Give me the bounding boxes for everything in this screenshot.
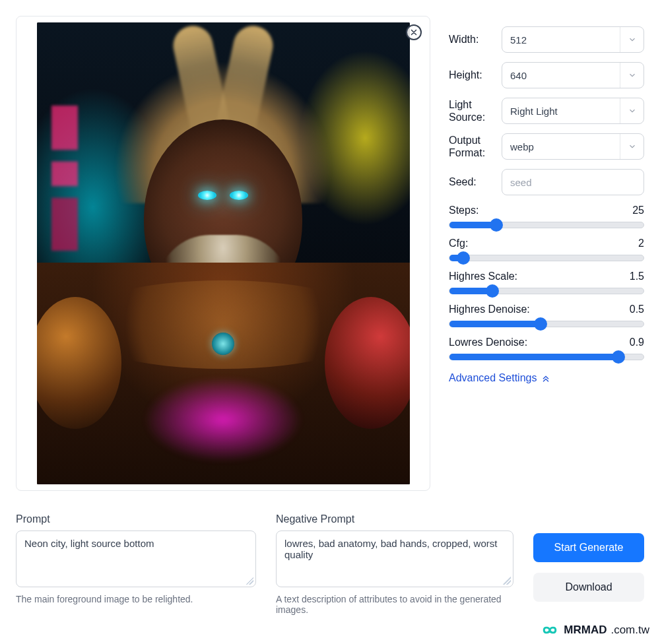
watermark-bold: MRMAD — [564, 624, 607, 631]
chevron-down-icon — [620, 134, 644, 159]
seed-input[interactable] — [502, 169, 644, 195]
download-button[interactable]: Download — [533, 573, 644, 602]
close-preview-button[interactable] — [406, 24, 422, 40]
highres-denoise-track[interactable] — [449, 321, 644, 327]
negative-prompt-label: Negative Prompt — [276, 513, 513, 525]
height-label: Height: — [449, 69, 495, 81]
negative-prompt-help: A text description of attributes to avoi… — [276, 594, 513, 615]
light-source-select[interactable]: Right Light — [502, 98, 644, 124]
advanced-settings-toggle[interactable]: Advanced Settings — [449, 372, 644, 384]
prompt-input[interactable]: Neon city, light source bottom — [16, 531, 256, 587]
negative-prompt-column: Negative Prompt lowres, bad anatomy, bad… — [276, 513, 513, 615]
steps-label: Steps: — [449, 205, 478, 216]
cfg-slider: Cfg: 2 — [449, 238, 644, 261]
resize-handle-icon[interactable] — [503, 577, 511, 585]
light-source-label: Light Source: — [449, 98, 495, 123]
prompt-value: Neon city, light source bottom — [24, 538, 154, 549]
steps-value: 25 — [632, 205, 644, 216]
advanced-settings-label: Advanced Settings — [449, 372, 537, 384]
highres-scale-slider: Highres Scale: 1.5 — [449, 271, 644, 294]
lowres-denoise-slider: Lowres Denoise: 0.9 — [449, 337, 644, 360]
steps-slider: Steps: 25 — [449, 205, 644, 228]
width-select[interactable]: 512 — [502, 26, 644, 53]
main-row: Width: 512 Height: 640 Light Source: Rig… — [16, 16, 644, 491]
preview-image — [37, 22, 410, 484]
slider-thumb[interactable] — [486, 284, 499, 298]
lowres-denoise-value: 0.9 — [630, 337, 644, 348]
watermark: MRMAD.com.tw — [540, 623, 649, 631]
prompt-label: Prompt — [16, 513, 256, 525]
lowres-denoise-track[interactable] — [449, 354, 644, 360]
width-label: Width: — [449, 34, 495, 46]
highres-denoise-value: 0.5 — [630, 304, 644, 315]
close-icon — [410, 28, 418, 36]
start-generate-button[interactable]: Start Generate — [533, 533, 644, 562]
chevrons-up-icon — [541, 373, 551, 383]
watermark-rest: .com.tw — [610, 624, 649, 631]
chevron-down-icon — [620, 98, 644, 123]
highres-scale-label: Highres Scale: — [449, 271, 517, 282]
slider-thumb[interactable] — [534, 317, 547, 331]
light-source-row: Light Source: Right Light — [449, 98, 644, 124]
width-row: Width: 512 — [449, 26, 644, 53]
width-value: 512 — [502, 27, 620, 52]
bottom-row: Prompt Neon city, light source bottom Th… — [16, 513, 644, 615]
infinity-icon — [540, 623, 560, 631]
cfg-track[interactable] — [449, 255, 644, 261]
action-column: Start Generate Download — [533, 533, 644, 602]
light-source-value: Right Light — [502, 98, 620, 123]
height-select[interactable]: 640 — [502, 62, 644, 88]
output-format-label: Output Format: — [449, 134, 495, 159]
steps-track[interactable] — [449, 222, 644, 228]
chevron-down-icon — [620, 27, 644, 52]
prompt-column: Prompt Neon city, light source bottom Th… — [16, 513, 256, 604]
highres-scale-track[interactable] — [449, 288, 644, 294]
cfg-value: 2 — [638, 238, 644, 249]
lowres-denoise-label: Lowres Denoise: — [449, 337, 527, 348]
slider-thumb[interactable] — [612, 350, 625, 364]
slider-thumb[interactable] — [490, 218, 503, 232]
preview-pane — [16, 16, 430, 491]
highres-denoise-slider: Highres Denoise: 0.5 — [449, 304, 644, 327]
negative-prompt-value: lowres, bad anatomy, bad hands, cropped,… — [284, 538, 497, 560]
resize-handle-icon[interactable] — [246, 577, 253, 585]
controls-panel: Width: 512 Height: 640 Light Source: Rig… — [449, 16, 644, 384]
cfg-label: Cfg: — [449, 238, 468, 249]
slider-thumb[interactable] — [457, 251, 470, 265]
highres-scale-value: 1.5 — [630, 271, 644, 282]
height-row: Height: 640 — [449, 62, 644, 88]
negative-prompt-input[interactable]: lowres, bad anatomy, bad hands, cropped,… — [276, 531, 513, 587]
output-format-value: webp — [502, 134, 620, 159]
chevron-down-icon — [620, 63, 644, 88]
height-value: 640 — [502, 63, 620, 88]
seed-label: Seed: — [449, 176, 495, 188]
seed-row: Seed: — [449, 169, 644, 195]
output-format-row: Output Format: webp — [449, 133, 644, 160]
output-format-select[interactable]: webp — [502, 133, 644, 160]
highres-denoise-label: Highres Denoise: — [449, 304, 530, 315]
prompt-help: The main foreground image to be relighte… — [16, 594, 256, 604]
